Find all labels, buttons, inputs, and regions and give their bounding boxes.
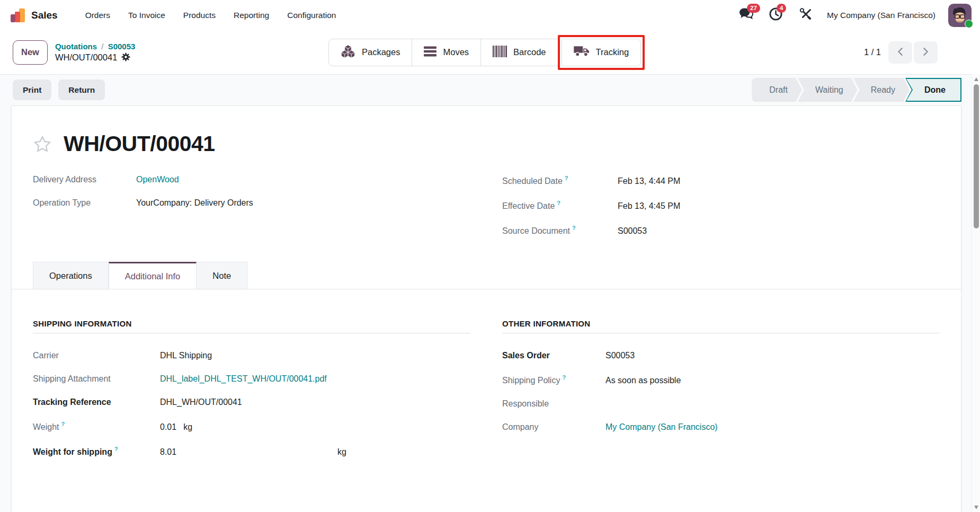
top-field-group: Delivery Address OpenWood Operation Type… [33, 168, 940, 243]
field-shipping-attachment: Shipping Attachment DHL_label_DHL_TEST_W… [33, 367, 470, 391]
messages-button[interactable]: 27 [738, 7, 755, 24]
help-icon: ? [61, 421, 65, 427]
top-navbar: Sales Orders To Invoice Products Reporti… [0, 0, 980, 30]
weight-for-shipping-value[interactable]: 8.01 [160, 447, 331, 457]
help-icon: ? [562, 374, 566, 381]
field-carrier: Carrier DHL Shipping [33, 344, 470, 367]
operation-type-value[interactable]: YourCompany: Delivery Orders [136, 198, 253, 208]
new-button[interactable]: New [13, 40, 48, 65]
packages-button[interactable]: Packages [328, 39, 412, 66]
field-shipping-policy: Shipping Policy? As soon as possible [502, 367, 940, 392]
scroll-down-arrow[interactable] [974, 506, 978, 509]
moves-button[interactable]: Moves [412, 39, 481, 66]
messages-badge: 27 [747, 4, 760, 13]
barcode-button[interactable]: Barcode [480, 39, 558, 66]
field-scheduled-date: Scheduled Date? Feb 13, 4:44 PM [502, 168, 940, 193]
shipping-policy-value[interactable]: As soon as possible [605, 376, 681, 385]
breadcrumb-s00053[interactable]: S00053 [108, 42, 136, 51]
record-title[interactable]: WH/OUT/00041 [64, 131, 215, 156]
bars-icon [424, 46, 436, 59]
tab-note[interactable]: Note [197, 262, 247, 289]
app-name[interactable]: Sales [31, 10, 58, 21]
help-icon: ? [557, 200, 560, 206]
delivery-address-value[interactable]: OpenWood [136, 175, 179, 184]
field-operation-type: Operation Type YourCompany: Delivery Ord… [33, 191, 470, 215]
sales-app-icon[interactable] [11, 8, 25, 23]
cubes-icon [341, 45, 355, 60]
tracking-reference-value[interactable]: DHL_WH/OUT/00041 [160, 398, 242, 407]
carrier-value[interactable]: DHL Shipping [160, 351, 212, 360]
pager-previous-button[interactable] [888, 41, 912, 64]
field-company: Company My Company (San Francisco) [502, 416, 940, 439]
field-responsible: Responsible [502, 392, 940, 416]
weight-for-shipping-unit: kg [337, 447, 346, 457]
tab-additional-info[interactable]: Additional Info [109, 262, 197, 289]
scheduled-date-value[interactable]: Feb 13, 4:44 PM [618, 176, 680, 186]
smart-buttons: Packages Moves [328, 35, 645, 70]
source-document-value[interactable]: S00053 [618, 226, 647, 236]
activities-button[interactable]: 4 [768, 7, 785, 24]
gear-icon[interactable] [121, 52, 130, 61]
field-tracking-reference: Tracking Reference DHL_WH/OUT/00041 [33, 391, 470, 414]
online-status-dot [965, 20, 973, 28]
pager-next-button[interactable] [914, 41, 938, 64]
scroll-up-arrow[interactable] [974, 77, 978, 81]
help-icon: ? [114, 446, 118, 452]
other-information-section: OTHER INFORMATION Sales Order S00053 Shi… [502, 319, 940, 464]
vertical-scrollbar [972, 74, 980, 512]
pager-counter: 1 / 1 [864, 47, 881, 57]
chevron-right-icon [922, 47, 930, 58]
chevron-left-icon [896, 47, 904, 58]
field-sales-order: Sales Order S00053 [502, 344, 940, 367]
form-sheet: WH/OUT/00041 Delivery Address OpenWood O… [11, 105, 961, 512]
weight-unit: kg [183, 422, 192, 432]
company-value[interactable]: My Company (San Francisco) [605, 422, 718, 432]
effective-date-value[interactable]: Feb 13, 4:45 PM [618, 201, 680, 211]
activities-badge: 4 [777, 4, 786, 13]
statusbar: Draft Waiting Ready Done [752, 78, 961, 102]
help-icon: ? [572, 225, 576, 231]
field-weight: Weight? 0.01 kg [33, 414, 470, 439]
scrollbar-thumb[interactable] [974, 84, 979, 228]
action-bar: Print Return Draft Waiting Ready Done [0, 75, 972, 105]
field-weight-for-shipping: Weight for shipping? 8.01 kg [33, 439, 470, 464]
menu-reporting[interactable]: Reporting [234, 11, 269, 20]
status-done[interactable]: Done [905, 78, 961, 102]
shipping-attachment-link[interactable]: DHL_label_DHL_TEST_WH/OUT/00041.pdf [160, 374, 327, 384]
notebook-tabs: Operations Additional Info Note [12, 262, 961, 289]
field-source-document: Source Document? S00053 [502, 218, 940, 243]
content-area: Print Return Draft Waiting Ready Done WH… [0, 74, 972, 512]
sales-order-value[interactable]: S00053 [605, 351, 635, 360]
section-divider [502, 333, 940, 333]
status-waiting[interactable]: Waiting [798, 78, 858, 102]
field-delivery-address: Delivery Address OpenWood [33, 168, 470, 191]
breadcrumb-quotations[interactable]: Quotations [55, 42, 97, 51]
truck-icon [574, 45, 590, 59]
menu-products[interactable]: Products [183, 11, 216, 20]
favorite-star-icon[interactable] [33, 135, 52, 154]
return-button[interactable]: Return [58, 80, 105, 100]
user-avatar[interactable] [948, 4, 972, 27]
barcode-icon [493, 46, 507, 59]
field-effective-date: Effective Date? Feb 13, 4:45 PM [502, 193, 940, 218]
tools-icon [799, 8, 812, 23]
tab-operations[interactable]: Operations [33, 262, 109, 289]
status-ready[interactable]: Ready [853, 78, 910, 102]
menu-orders[interactable]: Orders [85, 11, 110, 20]
menu-configuration[interactable]: Configuration [287, 11, 336, 20]
pager: 1 / 1 [864, 41, 938, 64]
control-panel: New Quotations / S00053 WH/OUT/00041 [0, 30, 972, 74]
main-menu: Orders To Invoice Products Reporting Con… [85, 11, 336, 20]
tracking-button[interactable]: Tracking [562, 39, 642, 66]
section-heading: OTHER INFORMATION [502, 319, 940, 328]
status-draft[interactable]: Draft [752, 78, 802, 102]
weight-value[interactable]: 0.01 [160, 422, 176, 432]
tracking-highlight-box: Tracking [558, 35, 645, 70]
menu-to-invoice[interactable]: To Invoice [128, 11, 165, 20]
breadcrumb-separator: / [101, 42, 103, 51]
print-button[interactable]: Print [13, 80, 51, 100]
debug-tools-button[interactable] [797, 7, 814, 24]
shipping-information-section: SHIPPING INFORMATION Carrier DHL Shippin… [33, 319, 470, 464]
company-switcher[interactable]: My Company (San Francisco) [827, 11, 936, 20]
section-divider [33, 333, 470, 333]
